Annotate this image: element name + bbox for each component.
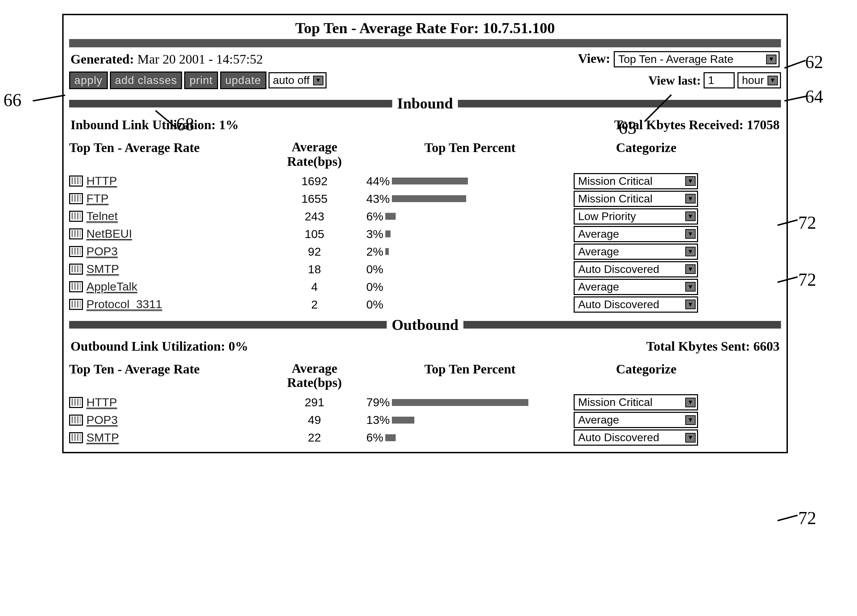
categorize-select[interactable]: Average▼ <box>574 412 698 428</box>
inbound-total-value: 17058 <box>747 117 780 132</box>
chart-icon[interactable] <box>69 264 83 275</box>
chart-icon[interactable] <box>69 246 83 257</box>
table-row: NetBEUI1053%Average▼ <box>69 225 781 243</box>
protocol-link[interactable]: POP3 <box>87 413 118 427</box>
outbound-heading: Outbound <box>387 316 463 334</box>
categorize-value: Mission Critical <box>578 193 653 205</box>
protocol-link[interactable]: SMTP <box>87 262 119 276</box>
rate-cell: 4 <box>269 280 359 294</box>
view-last-unit-value: hour <box>742 74 764 87</box>
view-select[interactable]: Top Ten - Average Rate ▼ <box>614 51 780 67</box>
categorize-value: Auto Discovered <box>578 298 659 311</box>
rate-cell: 1692 <box>269 174 359 188</box>
print-button[interactable]: print <box>184 71 218 89</box>
percent-label: 44% <box>366 174 390 188</box>
chart-icon[interactable] <box>69 299 83 310</box>
rate-cell: 243 <box>269 210 359 223</box>
percent-label: 0% <box>366 298 383 311</box>
callout-72: 72 <box>798 213 816 233</box>
protocol-link[interactable]: FTP <box>87 192 108 205</box>
table-row: SMTP180%Auto Discovered▼ <box>69 261 781 278</box>
percent-bar <box>392 417 415 423</box>
table-row: Telnet2436%Low Priority▼ <box>69 208 781 225</box>
categorize-select[interactable]: Auto Discovered▼ <box>574 429 698 446</box>
rate-cell: 92 <box>269 245 359 258</box>
chevron-down-icon: ▼ <box>685 194 696 204</box>
categorize-select[interactable]: Auto Discovered▼ <box>574 296 698 313</box>
categorize-value: Auto Discovered <box>578 431 659 444</box>
categorize-select[interactable]: Mission Critical▼ <box>574 191 698 207</box>
chart-icon[interactable] <box>69 211 83 222</box>
categorize-select[interactable]: Low Priority▼ <box>574 208 698 225</box>
view-select-value: Top Ten - Average Rate <box>618 53 733 66</box>
chart-icon[interactable] <box>69 228 83 239</box>
chevron-down-icon: ▼ <box>766 55 777 64</box>
col-name-header: Top Ten - Average Rate <box>69 361 269 391</box>
percent-bar <box>385 230 390 237</box>
auto-refresh-select[interactable]: auto off ▼ <box>269 72 326 88</box>
add-classes-button[interactable]: add classes <box>110 71 183 89</box>
protocol-link[interactable]: HTTP <box>87 395 117 409</box>
percent-bar <box>385 248 389 255</box>
chevron-down-icon: ▼ <box>767 76 778 85</box>
protocol-link[interactable]: NetBEUI <box>87 227 132 241</box>
categorize-value: Mission Critical <box>578 396 653 409</box>
view-label: View: <box>578 51 610 66</box>
apply-button[interactable]: apply <box>69 71 108 89</box>
callout-64: 64 <box>805 86 823 107</box>
chart-icon[interactable] <box>69 281 83 292</box>
percent-label: 0% <box>366 262 383 276</box>
col-name-header: Top Ten - Average Rate <box>69 140 269 169</box>
categorize-select[interactable]: Average▼ <box>574 226 698 242</box>
percent-label: 2% <box>366 245 383 258</box>
view-last-unit-select[interactable]: hour ▼ <box>738 72 781 88</box>
chevron-down-icon: ▼ <box>685 176 696 186</box>
chart-icon[interactable] <box>69 397 83 408</box>
chart-icon[interactable] <box>69 432 83 443</box>
col-rate-header-1: Average <box>269 361 359 376</box>
update-button[interactable]: update <box>220 71 266 89</box>
protocol-link[interactable]: POP3 <box>87 245 118 258</box>
categorize-select[interactable]: Average▼ <box>574 279 698 295</box>
chart-icon[interactable] <box>69 176 83 187</box>
protocol-link[interactable]: HTTP <box>87 174 117 188</box>
categorize-select[interactable]: Mission Critical▼ <box>574 394 698 411</box>
percent-bar <box>392 399 528 406</box>
page-title: Top Ten - Average Rate For: 10.7.51.100 <box>69 18 781 39</box>
rate-cell: 18 <box>269 262 359 276</box>
chart-icon[interactable] <box>69 193 83 204</box>
callout-line <box>777 515 798 521</box>
outbound-util-label: Outbound Link Utilization: <box>71 339 225 354</box>
outbound-util-value: 0% <box>228 339 248 354</box>
percent-label: 6% <box>366 210 383 223</box>
col-rate-header-2: Rate(bps) <box>269 375 359 390</box>
table-row: SMTP226%Auto Discovered▼ <box>69 429 781 446</box>
generated-value: Mar 20 2001 - 14:57:52 <box>138 51 263 67</box>
protocol-link[interactable]: Telnet <box>87 209 118 223</box>
view-last-value-input[interactable]: 1 <box>704 72 735 88</box>
categorize-value: Average <box>578 281 619 293</box>
categorize-select[interactable]: Average▼ <box>574 244 698 260</box>
protocol-link[interactable]: AppleTalk <box>87 280 137 294</box>
chart-icon[interactable] <box>69 415 83 426</box>
chevron-down-icon: ▼ <box>685 433 696 443</box>
chevron-down-icon: ▼ <box>685 282 696 292</box>
categorize-value: Average <box>578 245 619 258</box>
inbound-table-body: HTTP169244%Mission Critical▼FTP165543%Mi… <box>69 172 781 313</box>
percent-label: 3% <box>366 227 383 241</box>
chevron-down-icon: ▼ <box>685 415 696 425</box>
categorize-select[interactable]: Mission Critical▼ <box>574 173 698 189</box>
chevron-down-icon: ▼ <box>313 76 323 85</box>
chevron-down-icon: ▼ <box>685 264 696 274</box>
outbound-table-body: HTTP29179%Mission Critical▼POP34913%Aver… <box>69 394 781 446</box>
inbound-heading-band: Inbound <box>69 95 781 112</box>
percent-label: 6% <box>366 431 383 444</box>
categorize-select[interactable]: Auto Discovered▼ <box>574 261 698 278</box>
protocol-link[interactable]: Protocol_3311 <box>87 298 162 311</box>
percent-bar <box>385 213 396 220</box>
auto-refresh-value: auto off <box>273 74 309 87</box>
percent-label: 13% <box>366 413 390 427</box>
callout-72: 72 <box>798 270 816 290</box>
callout-62: 62 <box>805 52 823 72</box>
protocol-link[interactable]: SMTP <box>87 431 119 445</box>
